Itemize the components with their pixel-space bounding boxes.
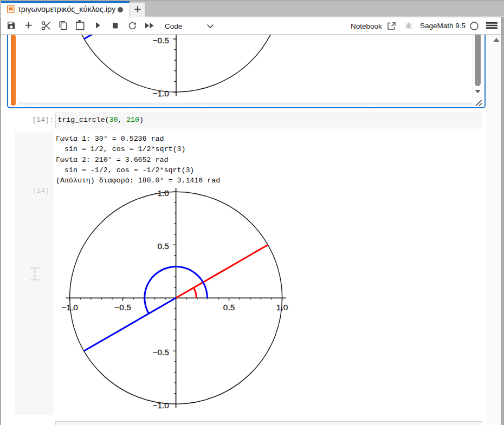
svg-text:−1.0: −1.0 [152, 401, 169, 410]
svg-text:−1.0: −1.0 [61, 303, 78, 312]
svg-text:0.5: 0.5 [223, 303, 235, 312]
svg-text:−0.5: −0.5 [152, 348, 169, 357]
svg-text:1.0: 1.0 [157, 188, 169, 198]
svg-text:1.0: 1.0 [276, 303, 288, 312]
svg-text:0.5: 0.5 [157, 241, 169, 251]
svg-text:−0.5: −0.5 [114, 303, 131, 312]
